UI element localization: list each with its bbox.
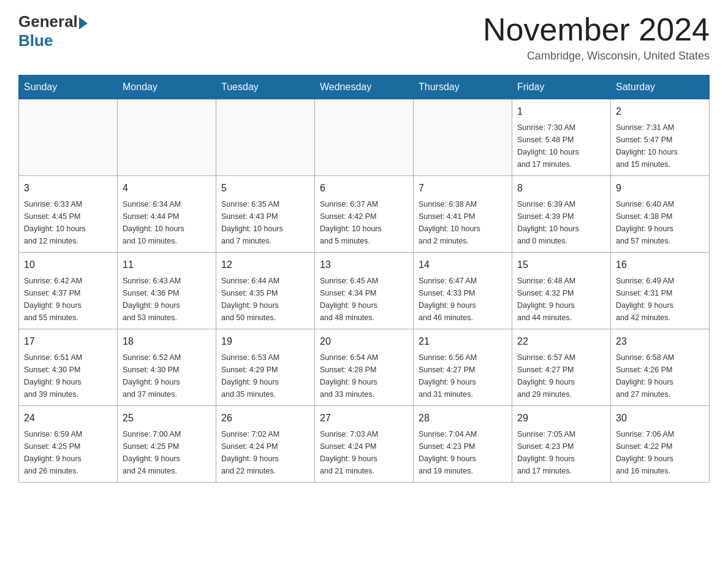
day-info: Sunrise: 6:39 AMSunset: 4:39 PMDaylight:… <box>517 198 605 247</box>
calendar-cell: 28Sunrise: 7:04 AMSunset: 4:23 PMDayligh… <box>414 406 512 483</box>
day-number: 5 <box>221 181 309 196</box>
calendar-cell: 11Sunrise: 6:43 AMSunset: 4:36 PMDayligh… <box>118 253 216 329</box>
day-number: 10 <box>24 258 112 272</box>
calendar-cell: 30Sunrise: 7:06 AMSunset: 4:22 PMDayligh… <box>611 406 710 483</box>
calendar-cell: 9Sunrise: 6:40 AMSunset: 4:38 PMDaylight… <box>611 176 710 253</box>
calendar-cell: 10Sunrise: 6:42 AMSunset: 4:37 PMDayligh… <box>19 253 118 329</box>
day-number: 20 <box>320 334 408 349</box>
day-info: Sunrise: 7:30 AMSunset: 5:48 PMDaylight:… <box>517 121 605 170</box>
day-header-monday: Monday <box>118 75 216 99</box>
calendar-cell: 29Sunrise: 7:05 AMSunset: 4:23 PMDayligh… <box>512 406 611 483</box>
day-info: Sunrise: 6:40 AMSunset: 4:38 PMDaylight:… <box>616 198 704 247</box>
day-number: 18 <box>123 334 211 349</box>
day-number: 25 <box>123 411 211 426</box>
calendar-cell: 5Sunrise: 6:35 AMSunset: 4:43 PMDaylight… <box>216 176 315 253</box>
day-info: Sunrise: 6:48 AMSunset: 4:32 PMDaylight:… <box>517 275 605 324</box>
day-info: Sunrise: 6:38 AMSunset: 4:41 PMDaylight:… <box>419 198 507 247</box>
day-number: 23 <box>616 334 704 349</box>
day-info: Sunrise: 6:34 AMSunset: 4:44 PMDaylight:… <box>123 198 211 247</box>
calendar-cell: 8Sunrise: 6:39 AMSunset: 4:39 PMDaylight… <box>512 176 611 253</box>
day-number: 17 <box>24 334 112 349</box>
day-number: 29 <box>517 411 605 426</box>
calendar-cell: 24Sunrise: 6:59 AMSunset: 4:25 PMDayligh… <box>19 406 118 483</box>
calendar-cell: 27Sunrise: 7:03 AMSunset: 4:24 PMDayligh… <box>315 406 414 483</box>
day-number: 3 <box>24 181 112 196</box>
day-number: 1 <box>517 104 605 119</box>
day-number: 24 <box>24 411 112 426</box>
day-header-sunday: Sunday <box>19 75 118 99</box>
day-info: Sunrise: 7:03 AMSunset: 4:24 PMDaylight:… <box>320 428 408 477</box>
day-info: Sunrise: 7:04 AMSunset: 4:23 PMDaylight:… <box>419 428 507 477</box>
calendar-cell <box>19 99 118 176</box>
day-header-friday: Friday <box>512 75 611 99</box>
calendar-cell: 4Sunrise: 6:34 AMSunset: 4:44 PMDaylight… <box>118 176 216 253</box>
day-number: 9 <box>616 181 704 196</box>
calendar-cell: 18Sunrise: 6:52 AMSunset: 4:30 PMDayligh… <box>118 329 216 406</box>
calendar-cell: 17Sunrise: 6:51 AMSunset: 4:30 PMDayligh… <box>19 329 118 406</box>
day-number: 15 <box>517 258 605 272</box>
day-header-thursday: Thursday <box>414 75 512 99</box>
calendar-cell: 26Sunrise: 7:02 AMSunset: 4:24 PMDayligh… <box>216 406 315 483</box>
day-number: 13 <box>320 258 408 272</box>
calendar-cell: 16Sunrise: 6:49 AMSunset: 4:31 PMDayligh… <box>611 253 710 329</box>
day-info: Sunrise: 6:59 AMSunset: 4:25 PMDaylight:… <box>24 428 112 477</box>
calendar-cell: 15Sunrise: 6:48 AMSunset: 4:32 PMDayligh… <box>512 253 611 329</box>
calendar-cell: 2Sunrise: 7:31 AMSunset: 5:47 PMDaylight… <box>611 99 710 176</box>
day-number: 21 <box>419 334 507 349</box>
calendar-cell: 12Sunrise: 6:44 AMSunset: 4:35 PMDayligh… <box>216 253 315 329</box>
logo: General Blue <box>18 12 88 50</box>
day-info: Sunrise: 6:49 AMSunset: 4:31 PMDaylight:… <box>616 275 704 324</box>
logo-arrow-icon <box>79 17 88 29</box>
day-info: Sunrise: 6:42 AMSunset: 4:37 PMDaylight:… <box>24 275 112 324</box>
day-header-saturday: Saturday <box>611 75 710 99</box>
day-info: Sunrise: 7:00 AMSunset: 4:25 PMDaylight:… <box>123 428 211 477</box>
day-info: Sunrise: 6:33 AMSunset: 4:45 PMDaylight:… <box>24 198 112 247</box>
day-number: 7 <box>419 181 507 196</box>
calendar-cell <box>118 99 216 176</box>
calendar-cell: 7Sunrise: 6:38 AMSunset: 4:41 PMDaylight… <box>414 176 512 253</box>
day-number: 2 <box>616 104 704 119</box>
day-info: Sunrise: 7:02 AMSunset: 4:24 PMDaylight:… <box>221 428 309 477</box>
day-header-wednesday: Wednesday <box>315 75 414 99</box>
day-info: Sunrise: 6:57 AMSunset: 4:27 PMDaylight:… <box>517 351 605 400</box>
day-number: 19 <box>221 334 309 349</box>
day-number: 8 <box>517 181 605 196</box>
day-number: 4 <box>123 181 211 196</box>
title-section: November 2024 Cambridge, Wisconsin, Unit… <box>483 12 710 63</box>
calendar-cell: 6Sunrise: 6:37 AMSunset: 4:42 PMDaylight… <box>315 176 414 253</box>
calendar-cell: 1Sunrise: 7:30 AMSunset: 5:48 PMDaylight… <box>512 99 611 176</box>
day-number: 12 <box>221 258 309 272</box>
day-info: Sunrise: 6:45 AMSunset: 4:34 PMDaylight:… <box>320 275 408 324</box>
day-info: Sunrise: 6:43 AMSunset: 4:36 PMDaylight:… <box>123 275 211 324</box>
calendar-cell: 21Sunrise: 6:56 AMSunset: 4:27 PMDayligh… <box>414 329 512 406</box>
week-row-5: 24Sunrise: 6:59 AMSunset: 4:25 PMDayligh… <box>19 406 710 483</box>
location-text: Cambridge, Wisconsin, United States <box>483 50 710 63</box>
day-info: Sunrise: 6:54 AMSunset: 4:28 PMDaylight:… <box>320 351 408 400</box>
week-row-4: 17Sunrise: 6:51 AMSunset: 4:30 PMDayligh… <box>19 329 710 406</box>
calendar-cell: 22Sunrise: 6:57 AMSunset: 4:27 PMDayligh… <box>512 329 611 406</box>
week-row-3: 10Sunrise: 6:42 AMSunset: 4:37 PMDayligh… <box>19 253 710 329</box>
calendar-cell: 25Sunrise: 7:00 AMSunset: 4:25 PMDayligh… <box>118 406 216 483</box>
days-of-week-row: SundayMondayTuesdayWednesdayThursdayFrid… <box>19 75 710 99</box>
calendar-cell: 13Sunrise: 6:45 AMSunset: 4:34 PMDayligh… <box>315 253 414 329</box>
day-number: 30 <box>616 411 704 426</box>
day-number: 6 <box>320 181 408 196</box>
day-info: Sunrise: 6:44 AMSunset: 4:35 PMDaylight:… <box>221 275 309 324</box>
calendar-cell <box>216 99 315 176</box>
day-info: Sunrise: 7:05 AMSunset: 4:23 PMDaylight:… <box>517 428 605 477</box>
calendar-cell: 23Sunrise: 6:58 AMSunset: 4:26 PMDayligh… <box>611 329 710 406</box>
day-info: Sunrise: 7:06 AMSunset: 4:22 PMDaylight:… <box>616 428 704 477</box>
day-info: Sunrise: 6:47 AMSunset: 4:33 PMDaylight:… <box>419 275 507 324</box>
day-number: 26 <box>221 411 309 426</box>
calendar-cell <box>414 99 512 176</box>
week-row-1: 1Sunrise: 7:30 AMSunset: 5:48 PMDaylight… <box>19 99 710 176</box>
day-info: Sunrise: 6:37 AMSunset: 4:42 PMDaylight:… <box>320 198 408 247</box>
calendar-cell: 3Sunrise: 6:33 AMSunset: 4:45 PMDaylight… <box>19 176 118 253</box>
week-row-2: 3Sunrise: 6:33 AMSunset: 4:45 PMDaylight… <box>19 176 710 253</box>
calendar-body: 1Sunrise: 7:30 AMSunset: 5:48 PMDaylight… <box>19 99 710 483</box>
day-number: 22 <box>517 334 605 349</box>
day-info: Sunrise: 6:51 AMSunset: 4:30 PMDaylight:… <box>24 351 112 400</box>
day-number: 14 <box>419 258 507 272</box>
day-info: Sunrise: 6:53 AMSunset: 4:29 PMDaylight:… <box>221 351 309 400</box>
calendar-cell: 20Sunrise: 6:54 AMSunset: 4:28 PMDayligh… <box>315 329 414 406</box>
